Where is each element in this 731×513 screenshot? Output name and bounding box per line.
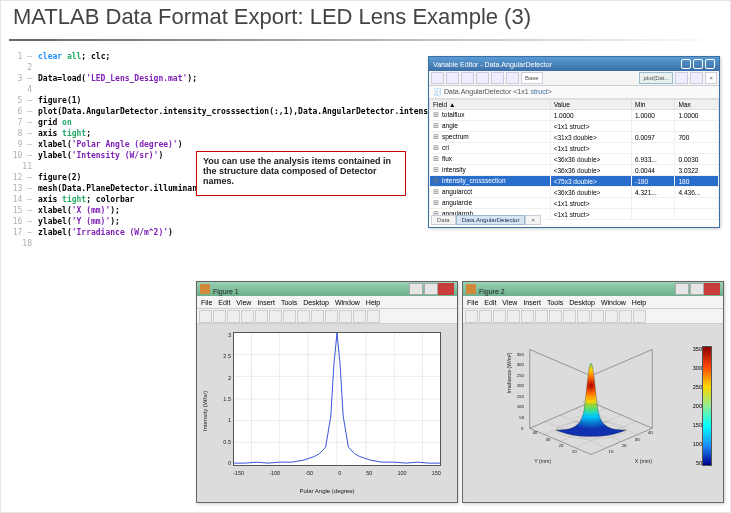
struct-field-row[interactable]: ⊞totalflux1.00001.00001.0000 — [430, 110, 719, 121]
tool-icon[interactable] — [227, 310, 240, 323]
variable-editor-titlebar[interactable]: Variable Editor - Data.AngularDetector — [429, 57, 719, 71]
matlab-icon — [200, 284, 210, 294]
variable-editor-toolbar[interactable]: Base plot(Dat... × — [429, 71, 719, 86]
struct-fields-table[interactable]: Field ▲ValueMinMax ⊞totalflux1.00001.000… — [429, 99, 719, 220]
tab-dropdown-icon[interactable]: × — [525, 215, 541, 225]
menu-item[interactable]: View — [236, 299, 251, 306]
struct-field-row[interactable]: ⊞spectrum<31x3 double>0.0097700 — [430, 132, 719, 143]
tool-icon[interactable] — [255, 310, 268, 323]
tool-button[interactable] — [431, 72, 444, 84]
workspace-base-button[interactable]: Base — [521, 72, 543, 84]
figure-1-toolbar[interactable] — [197, 309, 457, 324]
menu-item[interactable]: Tools — [547, 299, 563, 306]
figure-2-menubar[interactable]: FileEditViewInsertToolsDesktopWindowHelp — [463, 296, 723, 309]
variable-editor-title: Variable Editor - Data.AngularDetector — [433, 61, 552, 68]
detach-x-button[interactable]: × — [705, 72, 717, 84]
struct-field-row[interactable]: ⊞cri<1x1 struct> — [430, 143, 719, 154]
tool-button[interactable] — [491, 72, 504, 84]
tool-icon[interactable] — [633, 310, 646, 323]
tool-icon[interactable] — [311, 310, 324, 323]
tool-icon[interactable] — [563, 310, 576, 323]
struct-field-row[interactable]: ⊞angularcct<36x36 double>4.321...4.436..… — [430, 187, 719, 198]
tool-icon[interactable] — [535, 310, 548, 323]
tool-icon[interactable] — [367, 310, 380, 323]
minimize-button[interactable] — [409, 283, 423, 295]
tool-button[interactable] — [461, 72, 474, 84]
menu-item[interactable]: Window — [601, 299, 626, 306]
variable-editor-breadcrumb: 🧾 Data.AngularDetector <1x1 struct> — [429, 86, 719, 99]
tool-icon[interactable] — [577, 310, 590, 323]
menu-item[interactable]: Insert — [257, 299, 275, 306]
tool-button[interactable] — [476, 72, 489, 84]
menu-item[interactable]: Insert — [523, 299, 541, 306]
tool-icon[interactable] — [269, 310, 282, 323]
variable-editor-tabs[interactable]: Data Data.AngularDetector × — [431, 215, 541, 225]
svg-text:300: 300 — [517, 362, 525, 367]
close-button[interactable] — [704, 283, 720, 295]
tool-icon[interactable] — [213, 310, 226, 323]
tool-icon[interactable] — [199, 310, 212, 323]
struct-field-row[interactable]: ⊞angle<1x1 struct> — [430, 121, 719, 132]
menu-item[interactable]: Help — [632, 299, 646, 306]
menu-item[interactable]: Tools — [281, 299, 297, 306]
tool-icon[interactable] — [353, 310, 366, 323]
menu-item[interactable]: Help — [366, 299, 380, 306]
svg-text:40: 40 — [532, 430, 537, 435]
menu-item[interactable]: Desktop — [303, 299, 329, 306]
svg-text:40: 40 — [648, 430, 653, 435]
tool-icon[interactable] — [549, 310, 562, 323]
tool-icon[interactable] — [297, 310, 310, 323]
menu-item[interactable]: File — [467, 299, 478, 306]
code-line: clear all; clc; — [38, 51, 418, 62]
tool-icon[interactable] — [507, 310, 520, 323]
code-line: xlabel('X (mm)'); — [38, 205, 418, 216]
tool-icon[interactable] — [521, 310, 534, 323]
minimize-button[interactable] — [675, 283, 689, 295]
code-line: ylabel('Y (mm)'); — [38, 216, 418, 227]
tool-icon[interactable] — [493, 310, 506, 323]
menu-item[interactable]: Edit — [484, 299, 496, 306]
menu-item[interactable]: Window — [335, 299, 360, 306]
variable-editor-window: Variable Editor - Data.AngularDetector B… — [428, 56, 720, 228]
menu-item[interactable]: Edit — [218, 299, 230, 306]
tool-icon[interactable] — [241, 310, 254, 323]
tool-button[interactable] — [690, 72, 703, 84]
svg-text:X (mm): X (mm) — [635, 458, 652, 464]
tool-icon[interactable] — [605, 310, 618, 323]
struct-field-row[interactable]: ⊞flux<36x36 double>6.933...0.0030 — [430, 154, 719, 165]
tool-icon[interactable] — [479, 310, 492, 323]
figure-2-toolbar[interactable] — [463, 309, 723, 324]
svg-text:350: 350 — [517, 352, 525, 357]
tool-icon[interactable] — [283, 310, 296, 323]
tool-button[interactable] — [675, 72, 688, 84]
maximize-button[interactable] — [690, 283, 704, 295]
plot-selector-button[interactable]: plot(Dat... — [639, 72, 673, 84]
window-buttons[interactable] — [679, 59, 715, 70]
tool-button[interactable] — [506, 72, 519, 84]
tab-angular-detector[interactable]: Data.AngularDetector — [456, 215, 526, 225]
svg-text:Y (mm): Y (mm) — [534, 458, 551, 464]
figure-2-titlebar[interactable]: Figure 2 — [463, 282, 723, 296]
menu-item[interactable]: Desktop — [569, 299, 595, 306]
tool-button[interactable] — [446, 72, 459, 84]
svg-text:Irradiance (W/m²): Irradiance (W/m²) — [506, 352, 512, 393]
figure-1-titlebar[interactable]: Figure 1 — [197, 282, 457, 296]
tool-icon[interactable] — [339, 310, 352, 323]
tool-icon[interactable] — [325, 310, 338, 323]
figure-1-menubar[interactable]: FileEditViewInsertToolsDesktopWindowHelp — [197, 296, 457, 309]
tool-icon[interactable] — [465, 310, 478, 323]
maximize-button[interactable] — [424, 283, 438, 295]
struct-field-row[interactable]: ⊞intensity_crosssection<75x3 double>-180… — [430, 176, 719, 187]
menu-item[interactable]: File — [201, 299, 212, 306]
menu-item[interactable]: View — [502, 299, 517, 306]
struct-link[interactable]: struct — [531, 88, 548, 95]
colorbar — [702, 346, 712, 466]
svg-text:100: 100 — [517, 404, 525, 409]
close-button[interactable] — [438, 283, 454, 295]
tab-data[interactable]: Data — [431, 215, 456, 225]
figure-2-axes: 10203040 10203040 050100150 200250300350… — [499, 332, 683, 472]
tool-icon[interactable] — [619, 310, 632, 323]
struct-field-row[interactable]: ⊞angularcie<1x1 struct> — [430, 198, 719, 209]
struct-field-row[interactable]: ⊞intensity<36x36 double>0.00443.0322 — [430, 165, 719, 176]
tool-icon[interactable] — [591, 310, 604, 323]
